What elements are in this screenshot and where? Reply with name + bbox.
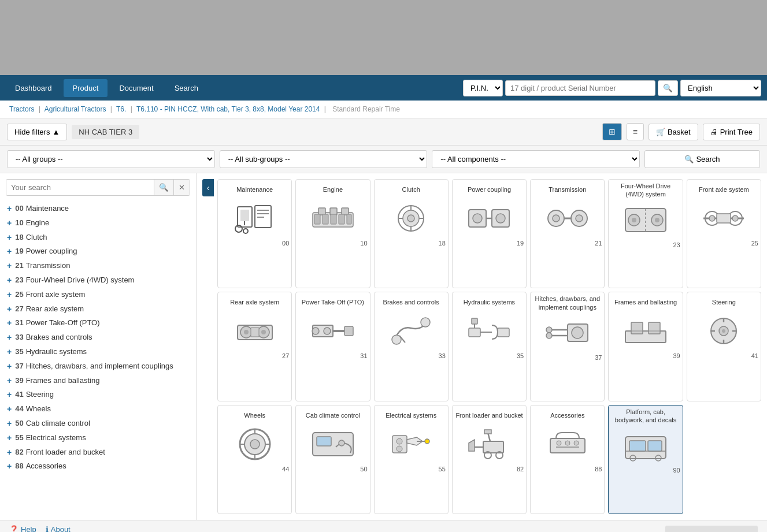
category-card-23[interactable]: Four-Wheel Drive (4WD) system 23 (608, 179, 683, 288)
category-card-55[interactable]: Electrical systems 55 (374, 405, 449, 514)
nav-document[interactable]: Document (110, 79, 162, 97)
subgroups-select[interactable]: -- All sub-groups -- (220, 150, 428, 168)
category-card-19[interactable]: Power coupling 19 (452, 179, 527, 288)
category-card-18[interactable]: Clutch 18 (374, 179, 449, 288)
category-card-10[interactable]: Engine 10 (295, 179, 370, 288)
sidebar-items: + 00 Maintenance + 10 Engine + 18 Clutch… (6, 202, 190, 474)
top-bar (0, 0, 767, 75)
card-image-37 (531, 312, 604, 353)
sidebar-item-50[interactable]: + 50 Cab climate control (6, 416, 190, 431)
sidebar-item-55[interactable]: + 55 Electrical systems (6, 431, 190, 445)
breadcrumb-model[interactable]: T6.110 - PIN HCCZ, With cab, Tier 3, 8x8… (136, 105, 320, 113)
sidebar-item-18[interactable]: + 18 Clutch (6, 230, 190, 245)
sidebar-item-27[interactable]: + 27 Rear axle system (6, 302, 190, 317)
category-card-31[interactable]: Power Take-Off (PTO) 31 (295, 292, 370, 401)
category-card-82[interactable]: Front loader and bucket 82 (452, 405, 527, 514)
sidebar-item-21[interactable]: + 21 Transmission (6, 259, 190, 273)
grid-area: ‹ Maintenance 00 Engine 10 Clutch 18 Pow… (197, 173, 767, 520)
category-card-37[interactable]: Hitches, drawbars, and implement couplin… (530, 292, 605, 401)
card-image-82 (453, 424, 526, 464)
sidebar-item-82[interactable]: + 82 Front loader and bucket (6, 445, 190, 460)
card-title-25: Front axle system (696, 180, 751, 198)
svg-rect-12 (342, 208, 349, 215)
category-card-44[interactable]: Wheels 44 (217, 405, 292, 514)
sidebar-item-39[interactable]: + 39 Frames and ballasting (6, 374, 190, 388)
sidebar-item-19[interactable]: + 19 Power coupling (6, 244, 190, 259)
svg-point-28 (496, 214, 505, 223)
print-tree-button[interactable]: 🖨 Print Tree (703, 124, 760, 140)
sidebar-item-31[interactable]: + 31 Power Take-Off (PTO) (6, 316, 190, 330)
category-card-21[interactable]: Transmission 21 (530, 179, 605, 288)
category-card-50[interactable]: Cab climate control 50 (295, 405, 370, 514)
svg-rect-91 (317, 437, 331, 446)
card-num-35: 35 (514, 351, 526, 362)
card-image-33 (375, 311, 448, 351)
svg-point-97 (425, 439, 429, 444)
sidebar-item-33[interactable]: + 33 Brakes and controls (6, 330, 190, 345)
card-title-23: Four-Wheel Drive (4WD) system (609, 180, 682, 200)
category-card-35[interactable]: Hydraulic systems 35 (452, 292, 527, 401)
expand-icon: + (7, 462, 12, 471)
sidebar-item-10[interactable]: + 10 Engine (6, 216, 190, 230)
card-num-18: 18 (436, 239, 448, 249)
breadcrumb-t6[interactable]: T6. (116, 105, 126, 113)
language-select[interactable]: English (680, 80, 761, 96)
card-image-27 (218, 311, 291, 351)
card-title-88: Accessories (548, 405, 587, 424)
category-card-25[interactable]: Front axle system 25 (687, 179, 761, 288)
category-card-00[interactable]: Maintenance 00 (217, 179, 292, 288)
sidebar: 🔍 ✕ + 00 Maintenance + 10 Engine + 18 Cl… (0, 173, 197, 520)
groups-select[interactable]: -- All groups -- (7, 150, 215, 168)
breadcrumb-tractors[interactable]: Tractors (9, 105, 35, 113)
components-select[interactable]: -- All components -- (432, 150, 640, 168)
card-num-25: 25 (749, 239, 761, 249)
pin-search-button[interactable]: 🔍 (658, 80, 678, 96)
card-title-18: Clutch (400, 180, 423, 198)
svg-rect-98 (483, 441, 503, 453)
svg-rect-13 (314, 214, 320, 224)
expand-icon: + (7, 304, 12, 314)
category-grid: Maintenance 00 Engine 10 Clutch 18 Power… (217, 179, 761, 514)
sidebar-item-88[interactable]: + 88 Accessories (6, 459, 190, 474)
category-card-41[interactable]: Steering 41 (687, 292, 761, 401)
basket-button[interactable]: 🛒 Basket (649, 124, 698, 140)
category-card-27[interactable]: Rear axle system 27 (217, 292, 292, 401)
sidebar-item-41[interactable]: + 41 Steering (6, 388, 190, 402)
search-icon: 🔍 (684, 155, 694, 163)
nav-product[interactable]: Product (64, 79, 108, 97)
sidebar-item-37[interactable]: + 37 Hitches, drawbars, and implement co… (6, 359, 190, 374)
sidebar-item-35[interactable]: + 35 Hydraulic systems (6, 345, 190, 359)
nav-search[interactable]: Search (165, 79, 208, 97)
nav-dashboard[interactable]: Dashboard (6, 79, 61, 97)
expand-icon: + (7, 204, 12, 214)
category-card-88[interactable]: Accessories 88 (530, 405, 605, 514)
about-icon: ℹ (46, 525, 49, 532)
sidebar-item-00[interactable]: + 00 Maintenance (6, 202, 190, 216)
category-card-33[interactable]: Brakes and controls 33 (374, 292, 449, 401)
expand-icon: + (7, 290, 12, 300)
sidebar-item-25[interactable]: + 25 Front axle system (6, 288, 190, 302)
grid-view-button[interactable]: ⊞ (602, 123, 622, 140)
help-button[interactable]: ❓ Help (9, 525, 36, 532)
svg-rect-1 (240, 210, 249, 221)
sidebar-item-23[interactable]: + 23 Four-Wheel Drive (4WD) system (6, 273, 190, 288)
about-button[interactable]: ℹ About (46, 525, 71, 532)
sidebar-clear-button[interactable]: ✕ (173, 180, 190, 195)
pin-input[interactable] (505, 80, 655, 96)
filter-search-button[interactable]: 🔍 Search (644, 150, 760, 168)
scrollbar[interactable] (665, 526, 758, 533)
sidebar-search-button[interactable]: 🔍 (154, 180, 173, 195)
toggle-sidebar-button[interactable]: ‹ (202, 179, 214, 196)
breadcrumb: Tractors | Agricultural Tractors | T6. |… (0, 101, 767, 118)
svg-point-43 (709, 215, 715, 221)
sidebar-item-44[interactable]: + 44 Wheels (6, 402, 190, 416)
hide-filters-button[interactable]: Hide filters ▲ (7, 124, 67, 140)
list-view-button[interactable]: ≡ (627, 123, 644, 140)
card-image-41 (687, 311, 761, 351)
breadcrumb-agricultural[interactable]: Agricultural Tractors (45, 105, 106, 113)
pin-type-select[interactable]: P.I.N. (463, 80, 503, 96)
svg-point-39 (632, 218, 636, 222)
sidebar-search-input[interactable] (6, 180, 154, 195)
category-card-39[interactable]: Frames and ballasting 39 (608, 292, 683, 401)
category-card-90[interactable]: Platform, cab, bodywork, and decals 90 (608, 405, 683, 514)
